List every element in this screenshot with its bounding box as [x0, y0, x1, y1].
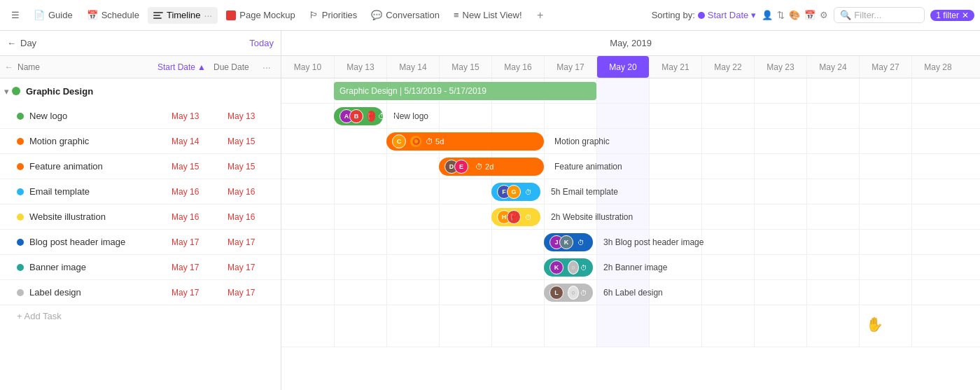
schedule-icon: 📅	[87, 10, 98, 20]
sort-field-label: Start Date	[708, 10, 749, 20]
filter-input[interactable]: 🔍 Filter...	[834, 7, 925, 23]
sort-chip[interactable]: Start Date ▾	[698, 10, 757, 20]
main-area: ← Day Today ← Name Start Date ▲ Due Date…	[0, 31, 980, 390]
task-dot	[17, 239, 24, 246]
table-row[interactable]: Banner image May 17 May 17	[0, 255, 281, 280]
date-col-may23: May 23	[754, 56, 806, 78]
task-start-date: May 14	[172, 137, 227, 146]
task-bar-email-template[interactable]: F G ⏱	[491, 183, 540, 201]
tab-conversation-label: Conversation	[386, 10, 440, 20]
color-icon[interactable]: 🎨	[789, 10, 800, 20]
timeline-body: Graphic Design | 5/13/2019 - 5/17/2019 A…	[281, 78, 980, 390]
task-start-date: May 17	[172, 288, 227, 298]
today-button[interactable]: Today	[249, 38, 274, 48]
task-due-date: May 15	[227, 137, 276, 146]
person-add-icon[interactable]: 👤	[762, 10, 773, 20]
task-bar-label-design-label: 6h Label design	[603, 288, 663, 298]
timeline-row-email-template: F G ⏱ 5h Email template	[281, 179, 980, 204]
task-bar-feature-animation[interactable]: D E ⏱ 2d	[439, 158, 544, 176]
task-bar-motion-graphic[interactable]: C ⭕ ⏱ 5d	[386, 132, 544, 151]
date-col-may15: May 15	[439, 56, 491, 78]
tab-guide[interactable]: 📄 Guide	[28, 7, 78, 23]
task-bar-new-logo[interactable]: A B 🚩 ⏱ 2d	[334, 107, 383, 125]
date-col-may27: May 27	[859, 56, 911, 78]
settings-icon[interactable]: ⚙	[820, 10, 828, 20]
task-bar-website-illustration[interactable]: H 🚩 ⏱	[491, 208, 540, 226]
task-due-date: May 13	[227, 111, 276, 121]
task-name: Blog post header image	[29, 237, 172, 247]
task-dot	[17, 214, 24, 221]
group-collapse-icon[interactable]: ▾	[4, 86, 9, 97]
task-due-date: May 17	[227, 263, 276, 272]
left-arrow-icon[interactable]: ←	[7, 38, 16, 48]
date-col-may28: May 28	[911, 56, 964, 78]
tab-priorities[interactable]: 🏳 Priorities	[304, 7, 363, 23]
task-start-date: May 16	[172, 212, 227, 222]
task-bar-blog-post-label: 3h Blog post header image	[603, 237, 704, 247]
task-start-date: May 17	[172, 263, 227, 272]
tab-schedule[interactable]: 📅 Schedule	[81, 7, 145, 23]
group-bar[interactable]: Graphic Design | 5/13/2019 - 5/17/2019	[334, 82, 596, 100]
columns-icon[interactable]: ⇅	[777, 10, 785, 20]
timeline-more-icon[interactable]: ···	[204, 10, 213, 21]
task-bar-feature-animation-label: Feature animation	[554, 162, 622, 172]
left-panel: ← Day Today ← Name Start Date ▲ Due Date…	[0, 31, 281, 390]
task-bar-blog-post[interactable]: J K ⏱	[544, 233, 593, 251]
tab-conversation[interactable]: 💬 Conversation	[365, 7, 445, 23]
nav-icon-row: 👤 ⇅ 🎨 📅 ⚙	[762, 10, 828, 20]
date-col-may10: May 10	[281, 56, 334, 78]
tab-page-mockup[interactable]: Page Mockup	[220, 7, 301, 23]
table-row[interactable]: Blog post header image May 17 May 17	[0, 230, 281, 255]
task-bar-motion-graphic-label: Motion graphic	[554, 137, 610, 146]
col-headers: ← Name Start Date ▲ Due Date ···	[0, 56, 281, 78]
svg-rect-0	[153, 12, 163, 13]
task-list: ▾ Graphic Design New logo May 13 May 13 …	[0, 78, 281, 390]
col-start-header[interactable]: Start Date ▲	[158, 62, 214, 72]
date-col-may14: May 14	[386, 56, 439, 78]
filter-close-icon[interactable]: ✕	[962, 11, 969, 20]
task-dot	[17, 163, 24, 170]
list-view-icon: ≡	[454, 10, 459, 20]
sort-asc-icon: ▲	[197, 62, 206, 72]
task-bar-banner-image[interactable]: K ○ ⏱	[544, 258, 593, 277]
task-bar-website-illustration-label: 2h Website illustration	[551, 212, 633, 222]
sorting-label: Sorting by:	[652, 10, 695, 20]
guide-icon: 📄	[34, 10, 45, 20]
task-bar-label-design[interactable]: L ○ ⏱	[544, 284, 593, 302]
task-due-date: May 17	[227, 288, 276, 298]
group-name: Graphic Design	[26, 86, 276, 97]
task-name: Website illustration	[29, 211, 172, 222]
add-tab-button[interactable]: +	[531, 6, 550, 25]
filter-badge[interactable]: 1 filter ✕	[930, 10, 974, 21]
timeline-row-feature-animation: D E ⏱ 2d Feature animation	[281, 154, 980, 179]
sort-chevron-icon: ▾	[751, 10, 756, 20]
day-label: ← Day	[7, 38, 36, 48]
calendar-icon[interactable]: 📅	[804, 10, 816, 20]
month-label: May, 2019	[610, 38, 652, 48]
filter-count-label: 1 filter	[936, 11, 959, 20]
timeline-row-banner-image: K ○ ⏱ 2h Banner image	[281, 255, 980, 280]
task-dot	[17, 138, 24, 145]
task-name: Motion graphic	[29, 136, 172, 146]
table-row[interactable]: Email template May 16 May 16	[0, 179, 281, 204]
col-toggle-icon[interactable]: ←	[4, 62, 13, 72]
col-more-icon[interactable]: ···	[262, 62, 276, 73]
tab-new-list-view[interactable]: ≡ New List View!	[448, 7, 528, 23]
task-dot	[17, 264, 24, 271]
group-row[interactable]: ▾ Graphic Design	[0, 78, 281, 104]
date-col-may22: May 22	[701, 56, 754, 78]
table-row[interactable]: Label design May 17 May 17	[0, 280, 281, 305]
timeline-row-blog-post: J K ⏱ 3h Blog post header image	[281, 230, 980, 255]
add-task-button[interactable]: + Add Task	[0, 305, 281, 327]
date-col-may24: May 24	[806, 56, 859, 78]
page-mockup-icon	[226, 11, 236, 20]
table-row[interactable]: Website illustration May 16 May 16	[0, 204, 281, 230]
task-dot	[17, 289, 24, 296]
svg-rect-1	[153, 15, 160, 16]
table-row[interactable]: Motion graphic May 14 May 15	[0, 129, 281, 154]
table-row[interactable]: New logo May 13 May 13	[0, 104, 281, 129]
tab-timeline[interactable]: Timeline ···	[148, 7, 218, 24]
sort-dot	[698, 12, 705, 19]
menu-icon[interactable]: ☰	[6, 6, 25, 25]
table-row[interactable]: Feature animation May 15 May 15	[0, 154, 281, 179]
